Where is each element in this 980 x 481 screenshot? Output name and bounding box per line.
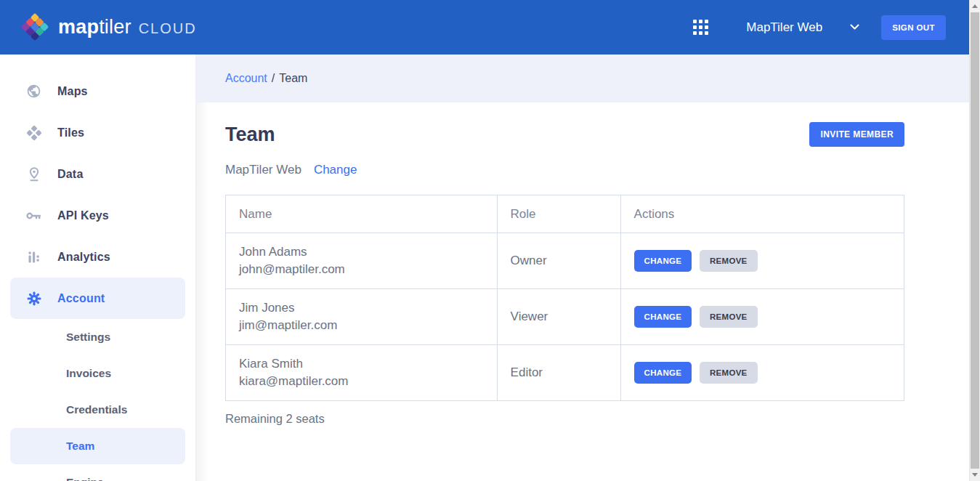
scrollbar-up-arrow[interactable]: [970, 0, 980, 12]
top-header-bar: maptilerCLOUD MapTiler Web SIGN OUT: [0, 0, 980, 54]
table-row: John Adams john@maptiler.com Owner CHANG…: [226, 233, 904, 289]
member-name: Kiara Smith: [239, 355, 484, 373]
column-header-role: Role: [497, 195, 620, 233]
sidebar-nav: Maps Tiles: [0, 54, 196, 481]
member-role: Editor: [497, 345, 620, 401]
column-header-actions: Actions: [620, 195, 904, 233]
map-pin-icon: [26, 166, 41, 182]
sidebar-item-label: Account: [57, 292, 105, 305]
sidebar-subitem-credentials[interactable]: Credentials: [10, 392, 185, 428]
sidebar-item-maps[interactable]: Maps: [10, 70, 185, 112]
sidebar-subitem-engine[interactable]: Engine: [10, 464, 185, 481]
change-role-button[interactable]: CHANGE: [634, 306, 692, 328]
change-workspace-link[interactable]: Change: [314, 163, 357, 177]
sidebar-subitem-label: Credentials: [66, 403, 127, 416]
maptiler-wordmark: maptilerCLOUD: [58, 16, 197, 39]
member-email: jim@maptiler.com: [239, 317, 484, 334]
scrollbar-down-arrow[interactable]: [970, 469, 980, 481]
member-name: John Adams: [239, 243, 484, 261]
key-icon: [26, 211, 41, 221]
column-header-name: Name: [226, 195, 498, 233]
page-title: Team: [225, 124, 275, 146]
sidebar-subitem-settings[interactable]: Settings: [10, 319, 185, 355]
sidebar-item-label: Analytics: [57, 251, 110, 264]
team-members-table: Name Role Actions John Adams john@maptil…: [225, 195, 904, 401]
remaining-seats-text: Remaining 2 seats: [225, 412, 904, 426]
cloud-label: CLOUD: [139, 20, 197, 36]
breadcrumb: Account / Team: [196, 54, 980, 102]
sidebar-item-label: Data: [57, 168, 83, 181]
gear-icon: [26, 291, 41, 306]
sidebar-subitem-label: Invoices: [66, 367, 111, 380]
sidebar-item-label: API Keys: [57, 209, 109, 222]
apps-grid-icon[interactable]: [693, 20, 708, 35]
sidebar-item-label: Tiles: [57, 126, 84, 140]
member-role: Owner: [497, 233, 620, 289]
table-header-row: Name Role Actions: [226, 195, 904, 233]
maptiler-logo-icon: [20, 12, 49, 44]
member-role: Viewer: [497, 289, 620, 345]
sidebar-subitem-team[interactable]: Team: [10, 428, 185, 464]
remove-member-button[interactable]: REMOVE: [700, 362, 758, 384]
breadcrumb-separator: /: [272, 72, 275, 85]
main-content: Account / Team Team INVITE MEMBER MapTil…: [196, 54, 980, 481]
body-layout: Maps Tiles: [0, 54, 980, 481]
maptiler-cloud-app: maptilerCLOUD MapTiler Web SIGN OUT Maps: [0, 0, 980, 481]
bar-chart-icon: [26, 251, 41, 264]
table-row: Jim Jones jim@maptiler.com Viewer CHANGE…: [226, 289, 904, 345]
tiles-icon: [26, 126, 41, 140]
sidebar-item-data[interactable]: Data: [10, 153, 185, 195]
member-name: Jim Jones: [239, 299, 484, 317]
sidebar-item-account[interactable]: Account: [10, 278, 185, 319]
member-email: john@maptiler.com: [239, 261, 484, 278]
invite-member-button[interactable]: INVITE MEMBER: [809, 122, 904, 147]
change-role-button[interactable]: CHANGE: [634, 362, 692, 384]
remove-member-button[interactable]: REMOVE: [700, 250, 758, 272]
breadcrumb-current: Team: [279, 72, 307, 85]
header-right-controls: MapTiler Web SIGN OUT: [693, 15, 946, 40]
sidebar-subitem-label: Engine: [66, 476, 104, 481]
table-row: Kiara Smith kiara@maptiler.com Editor CH…: [226, 345, 904, 401]
member-email: kiara@maptiler.com: [239, 373, 484, 390]
sidebar-item-tiles[interactable]: Tiles: [10, 112, 185, 153]
scrollbar-thumb[interactable]: [971, 12, 979, 469]
sidebar-subitem-label: Settings: [66, 331, 110, 344]
sidebar-item-analytics[interactable]: Analytics: [10, 236, 185, 278]
maptiler-logo[interactable]: maptilerCLOUD: [20, 12, 197, 44]
sign-out-button[interactable]: SIGN OUT: [881, 15, 946, 40]
workspace-selector-label[interactable]: MapTiler Web: [746, 20, 822, 35]
sidebar-item-label: Maps: [57, 85, 88, 98]
sidebar-subitem-label: Team: [66, 440, 94, 453]
vertical-scrollbar[interactable]: [969, 0, 980, 481]
remove-member-button[interactable]: REMOVE: [700, 306, 758, 328]
globe-icon: [26, 84, 41, 99]
current-workspace-name: MapTiler Web: [225, 163, 301, 177]
change-role-button[interactable]: CHANGE: [634, 250, 692, 272]
breadcrumb-account-link[interactable]: Account: [225, 72, 267, 85]
sidebar-subitem-invoices[interactable]: Invoices: [10, 355, 185, 392]
chevron-down-icon[interactable]: [850, 24, 859, 31]
sidebar-item-api-keys[interactable]: API Keys: [10, 195, 185, 236]
